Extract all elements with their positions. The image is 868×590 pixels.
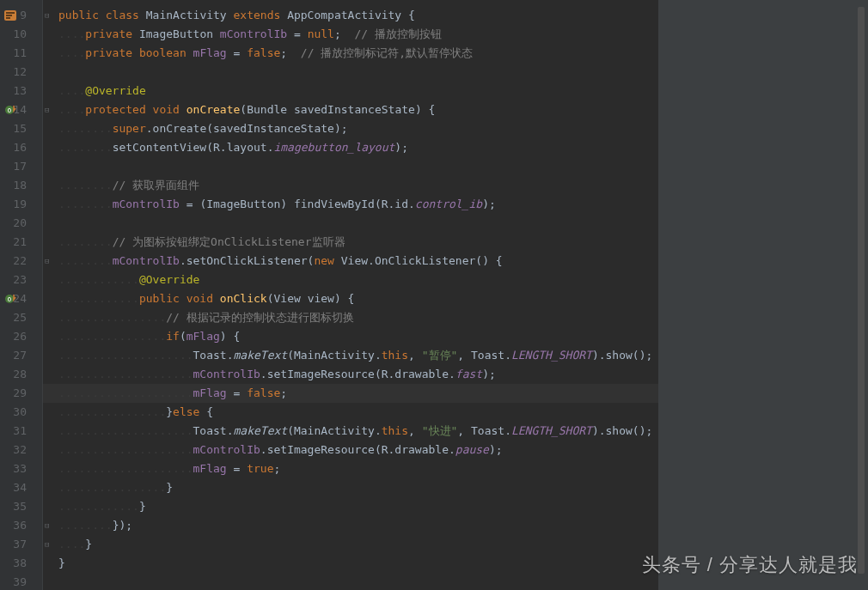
fold-handle-icon[interactable]: ⊟ — [45, 100, 49, 119]
line-number[interactable]: 34 — [0, 478, 42, 497]
line-number[interactable]: 39 — [0, 573, 42, 590]
line-number[interactable]: 35 — [0, 497, 42, 516]
line-number[interactable]: 23 — [0, 271, 42, 289]
line-number[interactable]: 26 — [0, 327, 42, 346]
line-number[interactable]: 31 — [0, 422, 42, 441]
line-number[interactable]: 14o — [0, 100, 42, 119]
fold-handle-icon[interactable]: ⊟ — [45, 516, 49, 535]
right-sidebar — [658, 0, 868, 590]
line-number[interactable]: 28 — [0, 365, 42, 384]
line-number[interactable]: 37 — [0, 535, 42, 554]
line-number[interactable]: 27 — [0, 346, 42, 365]
line-number[interactable]: 21 — [0, 233, 42, 252]
svg-text:o: o — [8, 295, 12, 303]
watermark-text: 头条号 / 分享达人就是我 — [642, 552, 858, 578]
line-number[interactable]: 9 — [0, 6, 42, 25]
svg-text:o: o — [8, 106, 12, 114]
svg-rect-1 — [6, 12, 15, 14]
fold-handle-icon[interactable]: ⊟ — [45, 252, 49, 271]
line-number[interactable]: 36 — [0, 516, 42, 535]
line-number[interactable]: 11 — [0, 44, 42, 63]
line-number[interactable]: 18 — [0, 176, 42, 195]
override-icon[interactable]: o — [3, 292, 17, 306]
minimap-scroll[interactable] — [858, 7, 865, 574]
line-number[interactable]: 13 — [0, 82, 42, 100]
line-number[interactable]: 12 — [0, 63, 42, 82]
line-number[interactable]: 38 — [0, 554, 42, 573]
class-icon[interactable] — [3, 9, 17, 22]
line-number[interactable]: 15 — [0, 119, 42, 138]
line-number[interactable]: 16 — [0, 138, 42, 157]
line-number[interactable]: 24o — [0, 289, 42, 308]
svg-rect-3 — [6, 17, 10, 19]
line-number[interactable]: 22 — [0, 252, 42, 271]
line-number[interactable]: 25 — [0, 308, 42, 327]
line-number[interactable]: 10 — [0, 25, 42, 44]
line-number[interactable]: 20 — [0, 214, 42, 233]
line-number[interactable]: 17 — [0, 157, 42, 176]
line-number[interactable]: 29 — [0, 384, 42, 403]
line-number[interactable]: 19 — [0, 195, 42, 214]
fold-handle-icon[interactable]: ⊟ — [45, 6, 49, 25]
svg-rect-2 — [6, 15, 12, 16]
fold-handle-icon[interactable]: ⊟ — [45, 535, 49, 554]
line-number[interactable]: 33 — [0, 459, 42, 478]
line-number[interactable]: 30 — [0, 403, 42, 422]
line-number[interactable]: 32 — [0, 441, 42, 459]
override-icon[interactable]: o — [3, 103, 17, 117]
gutter[interactable]: 91011121314o15161718192021222324o2526272… — [0, 0, 43, 590]
code-editor: 91011121314o15161718192021222324o2526272… — [0, 0, 868, 590]
